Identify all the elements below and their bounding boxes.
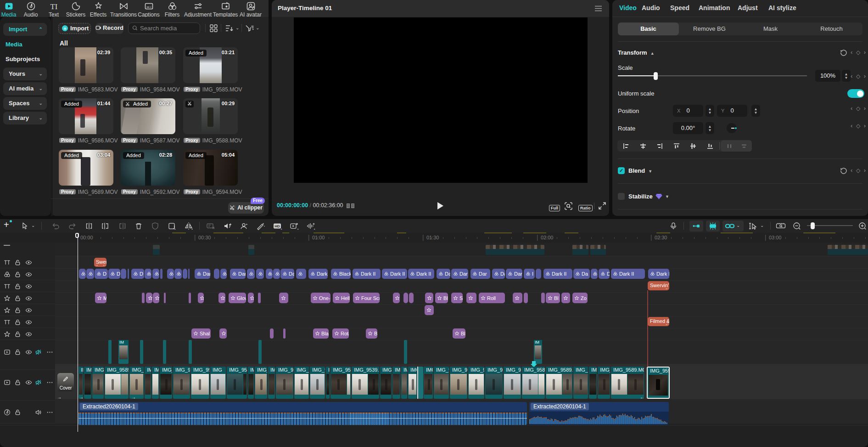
svg-text:TI: TI xyxy=(50,2,57,11)
svg-text:HD: HD xyxy=(274,224,280,228)
